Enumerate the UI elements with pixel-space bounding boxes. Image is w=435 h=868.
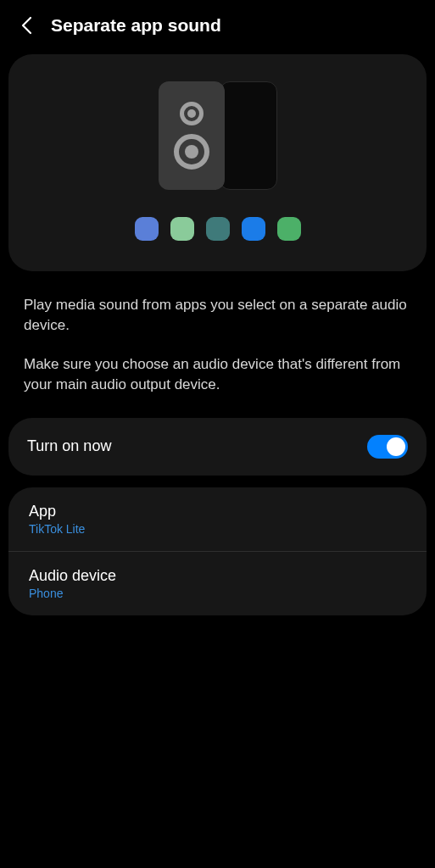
app-icon-placeholder: [135, 217, 159, 241]
app-setting-title: App: [29, 503, 406, 520]
app-icon-placeholder: [206, 217, 230, 241]
illustration-card: [8, 54, 427, 271]
audio-device-value: Phone: [29, 587, 406, 600]
page-title: Separate app sound: [51, 15, 221, 36]
audio-device-setting-row[interactable]: Audio device Phone: [8, 551, 427, 615]
description-text: Play media sound from apps you select on…: [0, 271, 435, 418]
settings-card: App TikTok Lite Audio device Phone: [8, 487, 427, 615]
phone-icon: [220, 81, 277, 190]
description-para2: Make sure you choose an audio device tha…: [24, 354, 411, 395]
back-icon[interactable]: [17, 16, 36, 35]
turn-on-toggle-row[interactable]: Turn on now: [8, 418, 427, 476]
header: Separate app sound: [0, 0, 435, 46]
description-para1: Play media sound from apps you select on…: [24, 295, 411, 336]
app-icon-placeholder: [242, 217, 265, 241]
devices-illustration: [159, 81, 277, 190]
speaker-icon: [159, 81, 225, 190]
toggle-switch[interactable]: [367, 435, 408, 459]
app-icons-row: [135, 217, 301, 241]
audio-device-title: Audio device: [29, 567, 406, 585]
toggle-label: Turn on now: [27, 437, 111, 455]
app-setting-row[interactable]: App TikTok Lite: [8, 487, 427, 551]
app-icon-placeholder: [277, 217, 301, 241]
app-icon-placeholder: [170, 217, 194, 241]
app-setting-value: TikTok Lite: [29, 522, 406, 536]
toggle-knob: [387, 437, 405, 456]
